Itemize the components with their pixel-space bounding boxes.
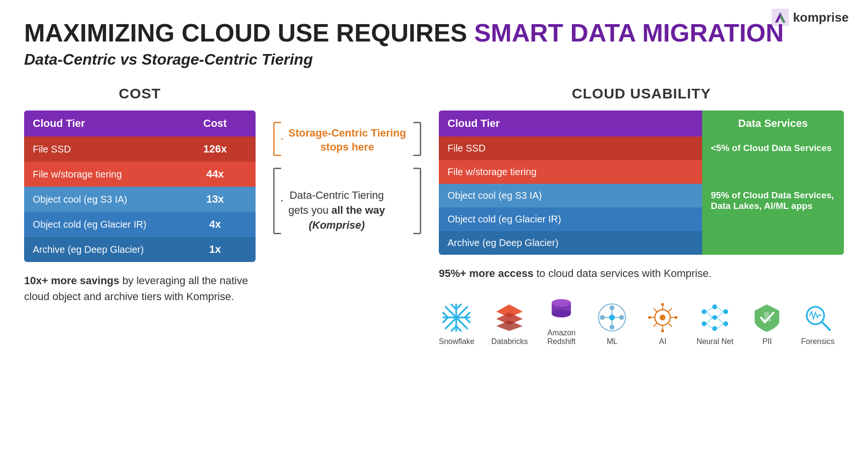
usability-table-header-tier: Cloud Tier (439, 110, 702, 137)
right-section: CLOUD USABILITY Cloud Tier Data Services… (439, 85, 844, 346)
forensics-icon (801, 301, 835, 334)
cost-savings-highlight: 10x+ more savings (24, 275, 120, 287)
cost-table-header-tier: Cloud Tier (24, 110, 175, 137)
tier-cell: File SSD (439, 137, 702, 160)
redshift-icon-item: AmazonRedshift (544, 292, 578, 346)
tier-cell: File SSD (24, 137, 175, 162)
svg-point-64 (712, 326, 717, 331)
svg-line-70 (706, 324, 712, 329)
databricks-icon-item: Databricks (491, 301, 528, 346)
svg-line-55 (653, 323, 657, 327)
svg-line-52 (653, 308, 657, 312)
content-area: COST Cloud Tier Cost File SSD 126x File … (24, 85, 844, 346)
svg-line-68 (706, 312, 712, 317)
svg-point-58 (648, 316, 651, 319)
usability-access-text: to cloud data services with Komprise. (533, 267, 711, 279)
svg-point-60 (702, 309, 706, 314)
svg-point-63 (712, 315, 717, 320)
svg-point-61 (702, 321, 706, 326)
cost-bottom-text: 10x+ more savings by leveraging all the … (24, 273, 256, 304)
tier-cell: Archive (eg Deep Glacier) (24, 237, 175, 262)
cost-cell: 4x (175, 212, 256, 237)
usability-table: Cloud Tier Data Services File SSD <5% of… (439, 110, 844, 255)
right-heading: CLOUD USABILITY (439, 85, 844, 102)
main-container: komprise MAXIMIZING CLOUD USE REQUIRES S… (0, 0, 868, 468)
svg-line-53 (668, 323, 672, 327)
left-bracket-svg (269, 113, 284, 291)
svg-line-77 (822, 322, 830, 330)
svg-line-74 (717, 324, 723, 329)
storage-centric-line1: Storage-Centric Tiering (288, 127, 406, 139)
data-centric-line2: gets you (288, 204, 331, 216)
svg-line-72 (717, 312, 723, 317)
tier-cell: Object cool (eg S3 IA) (439, 184, 702, 207)
usability-bottom-text: 95%+ more access to cloud data services … (439, 265, 844, 281)
neural-net-icon (698, 301, 732, 334)
ai-icon (646, 301, 679, 334)
svg-point-39 (610, 325, 614, 330)
services-bold: 95% (711, 190, 729, 200)
storage-centric-annotation: Storage-Centric Tiering stops here (288, 126, 406, 154)
logo-text: komprise (793, 10, 849, 25)
pii-label: PII (762, 337, 772, 346)
forensics-icon-item: Forensics (801, 301, 835, 346)
ml-label: ML (607, 337, 617, 346)
svg-point-40 (600, 315, 605, 320)
databricks-icon (493, 301, 527, 334)
svg-point-56 (661, 303, 664, 306)
services-bold: <5% (711, 143, 730, 153)
svg-point-59 (675, 316, 678, 319)
table-row: Object cold (eg Glacier IR) 4x (24, 212, 256, 237)
svg-line-69 (706, 317, 712, 324)
svg-line-54 (668, 308, 672, 312)
redshift-label: AmazonRedshift (547, 329, 576, 346)
table-row: Object cool (eg S3 IA) 95% of Cloud Data… (439, 184, 844, 207)
svg-point-47 (660, 315, 665, 320)
ai-label: AI (659, 337, 666, 346)
svg-point-75 (764, 312, 770, 317)
cost-cell: 1x (175, 237, 256, 262)
svg-point-35 (552, 299, 571, 307)
table-row: File SSD <5% of Cloud Data Services (439, 137, 844, 160)
pii-icon (750, 301, 784, 334)
ml-icon (595, 301, 629, 334)
services-cell: <5% of Cloud Data Services (702, 137, 844, 184)
usability-table-header-services: Data Services (702, 110, 844, 137)
cost-cell: 44x (175, 162, 256, 187)
cost-cell: 126x (175, 137, 256, 162)
data-centric-annotation: Data-Centric Tiering gets you all the wa… (288, 188, 385, 233)
tier-cell: Object cool (eg S3 IA) (24, 187, 175, 212)
svg-line-73 (717, 317, 723, 324)
pii-icon-item: PII (750, 301, 784, 346)
right-bracket-svg (411, 113, 425, 291)
logo: komprise (772, 9, 849, 26)
middle-annotation: Storage-Centric Tiering stops here Data-… (256, 85, 439, 291)
svg-marker-31 (496, 320, 523, 331)
tier-cell: File w/storage tiering (439, 160, 702, 184)
title-part2: SMART DATA MIGRATION (474, 19, 784, 47)
svg-point-38 (619, 315, 624, 320)
tier-cell: File w/storage tiering (24, 162, 175, 187)
cost-cell: 13x (175, 187, 256, 212)
data-centric-bold: all the way (331, 204, 385, 216)
tier-cell: Archive (eg Deep Glacier) (439, 231, 702, 255)
tier-cell: Object cold (eg Glacier IR) (439, 207, 702, 231)
cost-table-header-cost: Cost (175, 110, 256, 137)
left-section: COST Cloud Tier Cost File SSD 126x File … (24, 85, 256, 304)
svg-point-62 (712, 304, 717, 309)
cost-table: Cloud Tier Cost File SSD 126x File w/sto… (24, 110, 256, 262)
title-part1: MAXIMIZING CLOUD USE REQUIRES (24, 19, 474, 47)
data-centric-line1: Data-Centric Tiering (289, 189, 384, 201)
svg-line-71 (717, 307, 723, 312)
table-row: Object cool (eg S3 IA) 13x (24, 187, 256, 212)
svg-point-57 (661, 330, 664, 332)
neural-net-icon-item: Neural Net (696, 301, 733, 346)
service-icons-row: Snowflake Databricks (439, 292, 844, 346)
table-row: File w/storage tiering 44x (24, 162, 256, 187)
komprise-logo-icon (772, 9, 789, 26)
snowflake-label: Snowflake (439, 337, 475, 346)
left-heading: COST (24, 85, 256, 102)
sub-title: Data-Centric vs Storage-Centric Tiering (24, 51, 844, 69)
svg-line-67 (706, 308, 712, 312)
ml-icon-item: ML (595, 301, 629, 346)
